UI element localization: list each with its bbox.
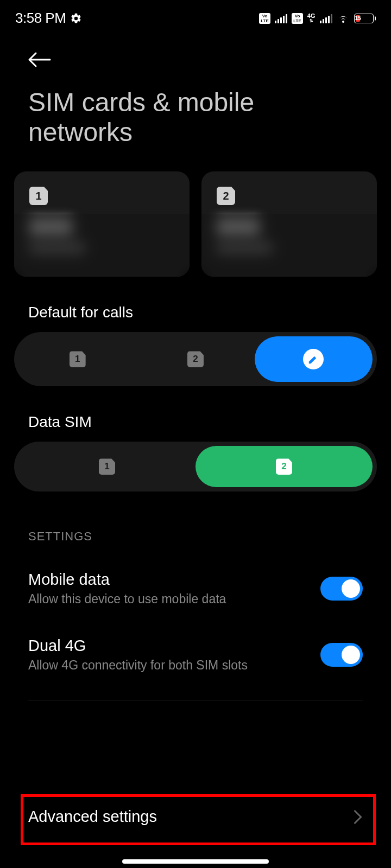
default-calls-sim2[interactable]: 2 [136, 336, 254, 382]
status-right: VoLTE VoLTE 4G⇅ 15 [259, 12, 376, 25]
sim-chip-icon: 1 [70, 351, 86, 367]
setting-dual-4g[interactable]: Dual 4G Allow 4G connectivity for both S… [0, 612, 391, 678]
sim-card-1[interactable]: 1 ████ ████████ [14, 171, 190, 277]
sim-2-chip-icon: 2 [217, 187, 235, 205]
settings-header: SETTINGS [0, 492, 391, 554]
setting-title: Dual 4G [28, 637, 248, 655]
signal-2-icon [320, 14, 333, 23]
clock: 3:58 PM [15, 10, 66, 27]
chevron-right-icon [353, 809, 363, 825]
setting-title: Mobile data [28, 571, 226, 589]
advanced-settings-label: Advanced settings [28, 808, 157, 826]
back-button[interactable] [0, 35, 391, 81]
data-sim1[interactable]: 1 [18, 446, 195, 487]
battery-indicator: 15 [354, 14, 376, 23]
mobile-data-toggle[interactable] [320, 577, 363, 601]
default-calls-selector: 1 2 [14, 332, 377, 386]
page-title: SIM cards & mobile networks [0, 81, 391, 147]
volte-badge-1: VoLTE [259, 13, 270, 24]
arrow-left-icon [27, 52, 51, 68]
setting-mobile-data[interactable]: Mobile data Allow this device to use mob… [0, 554, 391, 612]
default-calls-ask[interactable] [255, 336, 373, 382]
status-bar: 3:58 PM VoLTE VoLTE 4G⇅ 15 [0, 0, 391, 35]
default-calls-label: Default for calls [0, 277, 391, 332]
dual-4g-toggle[interactable] [320, 643, 363, 667]
nav-handle[interactable] [122, 859, 269, 864]
sim-cards-row: 1 ████ ████████ 2 ████ ████████ [0, 147, 391, 277]
sim-chip-icon: 2 [187, 351, 204, 367]
default-calls-sim1[interactable]: 1 [18, 336, 136, 382]
divider [28, 700, 363, 700]
data-sim-label: Data SIM [0, 386, 391, 442]
signal-1-icon [275, 14, 288, 23]
network-type-label: 4G⇅ [307, 14, 316, 23]
status-left: 3:58 PM [15, 10, 82, 27]
data-sim2[interactable]: 2 [195, 446, 373, 487]
sim-card-2[interactable]: 2 ████ ████████ [201, 171, 377, 277]
data-sim-selector: 1 2 [14, 442, 377, 492]
not-set-icon [303, 349, 324, 369]
sim-chip-icon: 2 [276, 458, 292, 475]
setting-desc: Allow 4G connectivity for both SIM slots [28, 658, 248, 673]
setting-desc: Allow this device to use mobile data [28, 592, 226, 607]
sim-1-chip-icon: 1 [29, 187, 48, 205]
sim-chip-icon: 1 [99, 458, 115, 475]
volte-badge-2: VoLTE [292, 13, 303, 24]
wifi-icon [337, 12, 350, 25]
gear-icon [70, 12, 82, 24]
advanced-settings-row[interactable]: Advanced settings [0, 782, 391, 847]
